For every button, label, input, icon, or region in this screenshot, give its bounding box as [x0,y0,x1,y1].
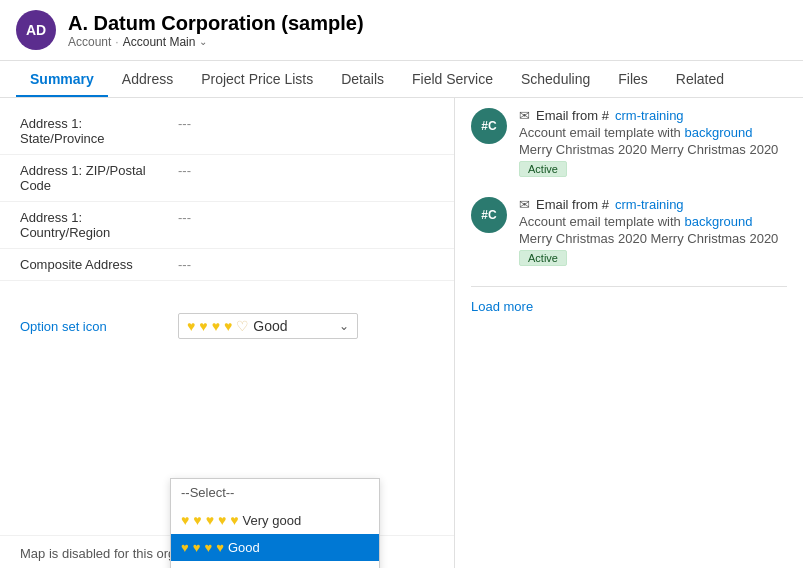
field-value-country: --- [178,210,191,240]
field-country: Address 1:Country/Region --- [0,202,454,249]
activity-item: #C ✉ Email from # crm-training Account e… [471,108,787,177]
heart-icon: ♥ [206,567,214,568]
tab-scheduling[interactable]: Scheduling [507,61,604,97]
tab-details[interactable]: Details [327,61,398,97]
activity-avatar: #C [471,197,507,233]
header-subtitle: Account · Account Main ⌄ [68,35,364,49]
status-badge: Active [519,161,567,177]
option-label-very-good: Very good [243,513,302,528]
heart-1: ♥ [187,318,195,334]
activity-description: Account email template with background [519,214,787,229]
activity-title-prefix: Email from # [536,108,609,123]
activity-title: ✉ Email from # crm-training [519,197,787,212]
load-more-button[interactable]: Load more [471,295,787,318]
activity-description2: Merry Christmas 2020 Merry Christmas 202… [519,142,787,157]
field-label-composite: Composite Address [20,257,170,272]
heart-icon: ♥ [218,512,226,528]
separator: · [115,35,118,49]
heart-icon: ♥ [181,512,189,528]
field-composite: Composite Address --- [0,249,454,281]
field-state-province: Address 1:State/Province --- [0,108,454,155]
main-navigation: Summary Address Project Price Lists Deta… [0,61,803,98]
activity-content: ✉ Email from # crm-training Account emai… [519,108,787,177]
tab-project-price-lists[interactable]: Project Price Lists [187,61,327,97]
option-set-label: Option set icon [20,319,170,334]
field-label-zip: Address 1: ZIP/PostalCode [20,163,170,193]
field-label-state: Address 1:State/Province [20,116,170,146]
heart-icon: ♥ [204,540,212,555]
heart-icon: ♥ [216,540,224,555]
chevron-down-icon: ⌄ [339,319,349,333]
email-icon: ✉ [519,108,530,123]
activity-title: ✉ Email from # crm-training [519,108,787,123]
dropdown-trigger-content: ♥ ♥ ♥ ♥ ♡ Good [187,318,288,334]
account-type: Account [68,35,111,49]
dropdown-option-very-good[interactable]: ♥ ♥ ♥ ♥ ♥ Very good [171,506,379,534]
chevron-down-icon[interactable]: ⌄ [199,36,207,47]
heart-4: ♥ [224,318,232,334]
highlight-text: background [684,214,752,229]
placeholder-label: --Select-- [181,485,234,500]
dropdown-selected-label: Good [253,318,287,334]
heart-icon: ♥ [181,567,189,568]
tab-related[interactable]: Related [662,61,738,97]
activity-description2: Merry Christmas 2020 Merry Christmas 202… [519,231,787,246]
activity-avatar: #C [471,108,507,144]
left-panel: Address 1:State/Province --- Address 1: … [0,98,455,568]
activity-title-link[interactable]: crm-training [615,197,684,212]
field-zip: Address 1: ZIP/PostalCode --- [0,155,454,202]
heart-icon: ♥ [230,512,238,528]
email-icon: ✉ [519,197,530,212]
option-label-normal: Normal [218,568,260,569]
tab-files[interactable]: Files [604,61,662,97]
avatar: AD [16,10,56,50]
activity-content: ✉ Email from # crm-training Account emai… [519,197,787,266]
tab-field-service[interactable]: Field Service [398,61,507,97]
dropdown-option-select[interactable]: --Select-- [171,479,379,506]
heart-icon: ♥ [206,512,214,528]
activity-item: #C ✉ Email from # crm-training Account e… [471,197,787,266]
account-main[interactable]: Account Main [123,35,196,49]
heart-3: ♥ [212,318,220,334]
heart-icon: ♥ [181,540,189,555]
heart-icon: ♥ [193,567,201,568]
option-label-good: Good [228,540,260,555]
activity-description: Account email template with background [519,125,787,140]
dropdown-option-good[interactable]: ♥ ♥ ♥ ♥ Good [171,534,379,561]
option-set-dropdown-menu: --Select-- ♥ ♥ ♥ ♥ ♥ Very good ♥ ♥ ♥ ♥ G… [170,478,380,568]
heart-icon: ♥ [193,540,201,555]
activity-title-link[interactable]: crm-training [615,108,684,123]
heart-2: ♥ [199,318,207,334]
field-value-state: --- [178,116,191,146]
activity-title-prefix: Email from # [536,197,609,212]
tab-address[interactable]: Address [108,61,187,97]
page-header: AD A. Datum Corporation (sample) Account… [0,0,803,61]
page-title: A. Datum Corporation (sample) [68,12,364,35]
field-label-country: Address 1:Country/Region [20,210,170,240]
right-panel: #C ✉ Email from # crm-training Account e… [455,98,803,568]
field-value-composite: --- [178,257,191,272]
field-value-zip: --- [178,163,191,193]
option-set-dropdown-trigger[interactable]: ♥ ♥ ♥ ♥ ♡ Good ⌄ [178,313,358,339]
heart-icon: ♥ [193,512,201,528]
main-content: Address 1:State/Province --- Address 1: … [0,98,803,568]
dropdown-option-normal[interactable]: ♥ ♥ ♥ Normal [171,561,379,568]
header-info: A. Datum Corporation (sample) Account · … [68,12,364,49]
option-set-row: Option set icon ♥ ♥ ♥ ♥ ♡ Good ⌄ [0,305,454,347]
tab-summary[interactable]: Summary [16,61,108,97]
highlight-text: background [684,125,752,140]
heart-5: ♡ [236,318,249,334]
divider [471,286,787,287]
status-badge: Active [519,250,567,266]
